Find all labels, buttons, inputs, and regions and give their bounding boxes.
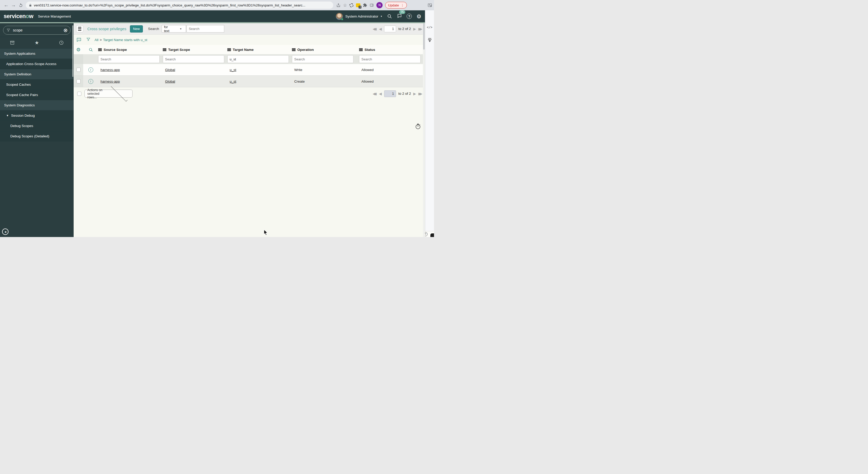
global-search-icon[interactable] [387,14,392,19]
filter-target-scope-input[interactable] [163,55,224,63]
comments-icon[interactable] [76,37,82,42]
browser-forward-icon[interactable]: → [10,2,17,9]
browser-profile-avatar[interactable]: N [376,2,382,8]
column-menu-icon [163,48,166,51]
filter-target-name-input[interactable] [227,55,289,63]
column-label: Operation [297,48,314,52]
app-navigator: ⊗ ★ System Applications Application Cros… [0,23,74,237]
column-header-target-scope[interactable]: Target Scope [163,48,227,52]
column-header-operation[interactable]: Operation [292,48,359,52]
breadcrumb-condition-link[interactable]: Target Name starts with u_st [103,38,147,42]
page-number-input[interactable] [384,26,396,32]
filter-source-scope-input[interactable] [98,55,160,63]
cell-operation: Create [292,79,359,83]
select-all-checkbox[interactable] [77,92,82,96]
row-checkbox[interactable] [76,68,81,72]
new-button[interactable]: New [130,25,143,33]
tab-history[interactable] [49,37,74,48]
sidebar-item-application-cross-scope-access[interactable]: Application Cross-Scope Access [0,59,74,69]
column-header-target-name[interactable]: Target Name [227,48,292,52]
cell-source-scope[interactable]: harness-app [98,79,163,83]
response-time-icon[interactable] [415,124,421,130]
reading-list-panel-icon[interactable] [428,3,432,7]
sidebar-scrollbar[interactable] [72,25,73,77]
clear-filter-icon[interactable]: ⊗ [63,28,68,33]
help-icon[interactable]: ? [407,14,412,19]
cell-target-name[interactable]: u_st [227,68,292,72]
extensions-puzzle-icon[interactable] [363,3,367,7]
notifications[interactable]: 75 [397,13,402,20]
next-page-icon[interactable]: ▶ [413,92,416,96]
kebab-menu-icon[interactable]: ⋮ [401,3,404,7]
tab-favorites[interactable]: ★ [25,37,49,48]
filter-operation-input[interactable] [292,55,353,63]
user-menu[interactable]: System Administrator ▼ [345,14,382,18]
last-page-icon[interactable]: ▶▶ [418,27,423,31]
list-title[interactable]: Cross scope privileges [87,27,126,31]
sidebar-item-scoped-cache-pairs[interactable]: Scoped Cache Pairs [0,90,74,100]
list-search-input[interactable] [187,25,224,33]
nav-label: System Applications [4,52,35,56]
prev-page-icon[interactable]: ◀ [379,27,382,31]
list-gear-icon[interactable]: ⚙ [76,47,81,52]
cell-operation: Write [292,68,359,72]
browser-reload-icon[interactable] [17,2,24,9]
sidebar-item-system-diagnostics[interactable]: System Diagnostics [0,100,74,110]
browser-back-icon[interactable]: ← [3,2,10,9]
extension-spinner-icon[interactable] [349,3,353,7]
search-type-select[interactable]: for text ▼ [162,25,186,33]
lightbulb-icon[interactable] [427,37,432,43]
logo-w: w [29,13,33,20]
first-page-icon[interactable]: ◀◀ [373,92,377,96]
row-info-icon[interactable]: i [88,79,93,84]
cell-target-name[interactable]: u_st [227,79,292,83]
cell-target-scope[interactable]: Global [163,68,227,72]
last-page-icon[interactable]: ▶▶ [418,92,423,96]
navigator-filter[interactable]: ⊗ [3,26,70,35]
row-checkbox[interactable] [76,79,81,83]
browser-update-button[interactable]: Update ⋮ [385,2,407,8]
table-row: i harness-app Global u_st Write Allowed [74,64,425,76]
share-icon[interactable] [336,3,340,7]
code-icon[interactable]: </> [425,26,434,29]
content-scrollbar[interactable] [423,23,425,237]
navigator-filter-input[interactable] [13,28,63,32]
next-page-icon[interactable]: ▶ [413,27,416,31]
breadcrumb-funnel-icon[interactable] [86,37,90,43]
filter-status-input[interactable] [359,55,421,63]
column-menu-icon [292,48,296,51]
tab-all-applications[interactable] [0,37,25,48]
page-number-input[interactable] [384,90,396,97]
corner-widget[interactable] [430,233,434,237]
sidebar-item-session-debug[interactable]: ▼Session Debug [0,110,74,121]
sidebar-item-scoped-caches[interactable]: Scoped Caches [0,79,74,90]
nav-label: Scoped Cache Pairs [6,93,38,97]
url-text: ven03172.service-now.com/nav_to.do?uri=%… [34,3,305,7]
breadcrumb-all-link[interactable]: All [95,38,98,42]
column-header-status[interactable]: Status [359,48,425,52]
settings-gear-icon[interactable]: ⚙ [416,14,421,19]
list-menu-button[interactable] [76,25,83,32]
side-panel-icon[interactable] [370,3,374,7]
column-header-source-scope[interactable]: Source Scope [98,48,163,52]
actions-dropdown[interactable]: Actions on selected rows... [85,90,132,98]
extension-yellow-icon[interactable]: ... 3 [356,3,361,7]
column-search-icon[interactable] [89,47,93,52]
collapse-navigator-button[interactable]: ◀ [2,229,8,235]
sidebar-item-system-definition[interactable]: System Definition [0,69,74,79]
cell-target-scope[interactable]: Global [163,79,227,83]
first-page-icon[interactable]: ◀◀ [373,27,377,31]
sidebar-item-debug-scopes-detailed[interactable]: Debug Scopes (Detailed) [0,131,74,141]
prev-page-icon[interactable]: ◀ [379,92,382,96]
user-avatar[interactable] [336,13,343,20]
row-select-cell [74,64,83,75]
url-bar[interactable]: ven03172.service-now.com/nav_to.do?uri=%… [26,2,333,9]
bookmark-star-icon[interactable]: ☆ [343,3,347,8]
column-menu-icon [359,48,363,51]
sidebar-item-debug-scopes[interactable]: Debug Scopes [0,121,74,131]
sidebar-item-system-applications[interactable]: System Applications [0,48,74,59]
servicenow-logo[interactable]: servicenow [4,13,33,20]
row-info-icon[interactable]: i [88,67,93,72]
cell-source-scope[interactable]: harness-app [98,68,163,72]
nav-label: Session Debug [11,113,35,117]
